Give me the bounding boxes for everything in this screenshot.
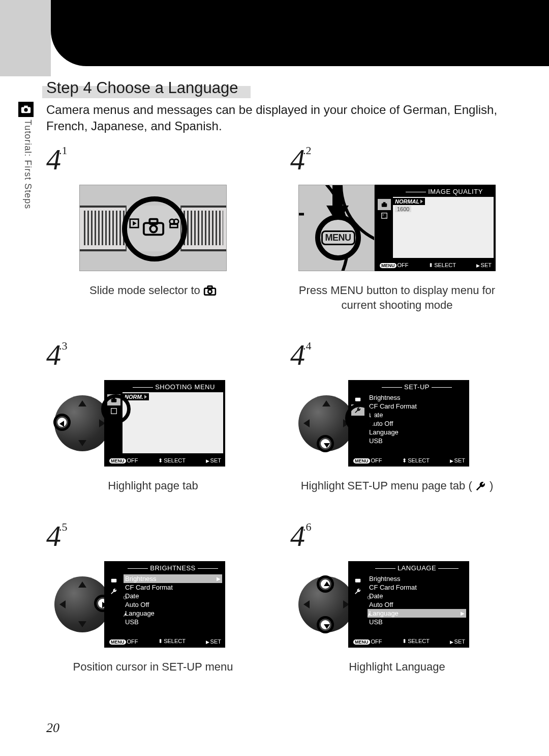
af-arrow-icon [298, 206, 305, 223]
step-4-2: 4.2 MENU IMAGE QUALITY +− NORMAL 16 [290, 142, 504, 312]
svg-rect-23 [355, 398, 361, 401]
svg-rect-12 [208, 286, 212, 288]
menu-item: CF Card Format [124, 583, 222, 592]
svg-point-27 [368, 596, 371, 599]
lcd-tabs [107, 574, 120, 597]
camera-mode-icon [142, 217, 165, 237]
lcd-title: LANGUAGE [367, 564, 467, 573]
quality-badge: NORMAL [393, 198, 425, 205]
menu-button-illustration: MENU [298, 185, 375, 271]
selector-down-highlight [317, 435, 334, 452]
camera-icon [203, 285, 217, 296]
menu-item: Language [368, 428, 466, 437]
tab-exposure: +− [378, 210, 391, 221]
svg-rect-16 [383, 202, 386, 203]
tab-camera [107, 574, 120, 586]
menu-item: Auto Off [368, 600, 466, 609]
step-caption: Slide mode selector to [46, 283, 260, 298]
tab-highlight-circle [101, 394, 131, 424]
menu-item: USB [124, 618, 222, 626]
lcd-tabs: +− [378, 199, 391, 221]
selector-left-highlight [53, 414, 71, 431]
lcd-footer: MENUOFF SELECT SET [107, 637, 223, 646]
menu-item-highlighted: Brightness [124, 574, 222, 583]
wrench-icon [367, 612, 371, 618]
tab-setup [107, 586, 120, 597]
step-caption: Highlight Language [290, 660, 504, 675]
multi-selector [54, 576, 110, 632]
svg-point-2 [24, 108, 27, 111]
lcd-title: IMAGE QUALITY [393, 188, 494, 197]
svg-point-25 [124, 596, 127, 599]
menu-item: Auto Off [124, 600, 222, 609]
menu-item: Date [368, 411, 466, 419]
step-4-5: 4.5 BRIGHTNESS Brightness CF Card Format [46, 519, 260, 675]
svg-point-13 [208, 289, 212, 294]
clock-icon [367, 595, 371, 600]
menu-item-highlighted: Language [368, 609, 466, 618]
resolution-value: 1600 [395, 206, 411, 212]
step-number: 4.2 [290, 142, 504, 177]
step-number: 4.3 [46, 338, 260, 372]
step-number: 4.5 [46, 519, 260, 553]
step-4-1: 4.1 Slide mode selector to [46, 142, 260, 312]
tab-camera [378, 199, 391, 210]
step-4-4: 4.4 SET-UP Brightness CF Card Format [290, 338, 504, 493]
menu-item: CF Card Format [368, 402, 466, 411]
lcd-title: BRIGHTNESS [123, 564, 223, 573]
sidebar-section-label: Tutorial: First Steps [22, 120, 33, 209]
svg-marker-7 [133, 221, 136, 225]
page-heading: Step 4 Choose a Language [46, 79, 238, 97]
menu-item: Date [124, 592, 222, 600]
menu-item: Brightness [368, 574, 466, 583]
svg-rect-24 [111, 578, 117, 582]
step-number: 4.1 [46, 142, 260, 177]
step-4-3: 4.3 SHOOTING MENU N [46, 338, 260, 493]
menu-item: Language [124, 609, 222, 618]
svg-rect-4 [149, 219, 157, 224]
selector-down-highlight [317, 616, 334, 633]
svg-rect-10 [170, 224, 178, 227]
step-caption: Position cursor in SET-UP menu [46, 660, 260, 675]
step-caption: Press MENU button to display menu for cu… [290, 283, 504, 312]
wrench-icon [475, 480, 486, 491]
menu-button-circle: MENU [315, 215, 361, 260]
lcd-tabs [351, 574, 364, 597]
lcd-menu-list: Brightness CF Card Format Date Auto Off … [124, 574, 222, 626]
lcd-title: SET-UP [367, 383, 467, 392]
step-caption: Highlight SET-UP menu page tab ( ) [290, 479, 504, 493]
page-margin-gray [0, 0, 51, 76]
svg-text:+: + [383, 214, 384, 216]
menu-button-label: MENU [321, 230, 355, 245]
menu-category-icons [367, 576, 371, 630]
page-header-black [51, 0, 549, 66]
selector-up-highlight [317, 575, 334, 593]
movie-mode-icon [168, 218, 179, 229]
sidebar-icon-box [18, 102, 34, 117]
step-caption: Highlight page tab [46, 479, 260, 493]
svg-rect-15 [382, 203, 387, 207]
lcd-menu-list: Brightness CF Card Format Date Auto Off … [368, 393, 466, 445]
lcd-footer: MENUOFF SELECT SET [351, 456, 467, 464]
menu-item: USB [368, 618, 466, 626]
lcd-screen: IMAGE QUALITY +− NORMAL 1600 MENUOFF SEL… [375, 185, 496, 271]
lcd-screen: BRIGHTNESS Brightness CF Card Format Dat… [104, 561, 225, 648]
svg-rect-26 [355, 578, 361, 582]
menu-category-icons [123, 576, 127, 630]
lcd-footer: MENUOFF SELECT SET [107, 456, 223, 464]
tab-camera [351, 393, 364, 404]
steps-grid: 4.1 Slide mode selector to [46, 142, 504, 700]
tab-camera [351, 574, 364, 586]
play-mode-icon [129, 218, 140, 229]
mode-dial-illustration [79, 185, 227, 271]
lcd-screen: SHOOTING MENU NORM. MENUOFF SELECT SET [104, 380, 225, 467]
svg-text:−: − [385, 216, 386, 219]
step-number: 4.6 [290, 519, 504, 553]
svg-rect-1 [24, 106, 27, 108]
tab-setup [351, 586, 364, 597]
menu-item: USB [368, 437, 466, 445]
tab-highlight-circle [345, 403, 375, 433]
intro-paragraph: Camera menus and messages can be display… [46, 102, 504, 135]
svg-point-5 [150, 225, 157, 232]
lcd-title: SHOOTING MENU [123, 383, 223, 392]
